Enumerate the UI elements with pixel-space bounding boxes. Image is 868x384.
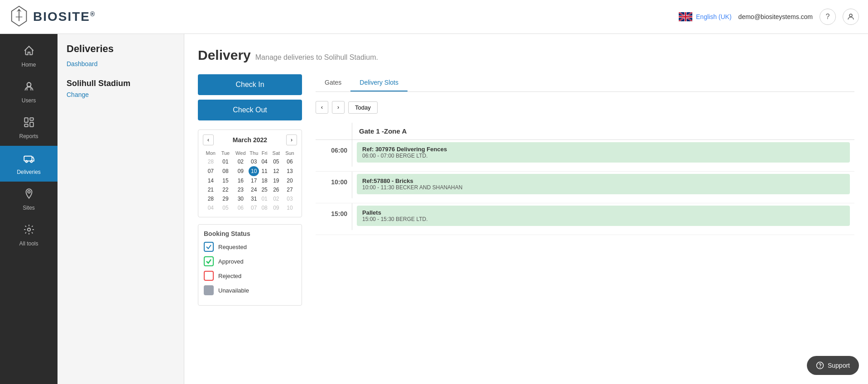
calendar-day[interactable]: 03 [283, 194, 297, 203]
calendar-day[interactable]: 20 [283, 176, 297, 185]
calendar-day[interactable]: 09 [232, 166, 249, 176]
support-label: Support [828, 362, 850, 369]
user-email: demo@biositeystems.com [739, 13, 813, 20]
time-col-header [316, 123, 352, 139]
calendar-day[interactable]: 10 [283, 203, 297, 212]
tab-gates[interactable]: Gates [316, 74, 350, 91]
rejected-label: Rejected [218, 273, 241, 279]
delivery-slot[interactable]: Pallets15:00 - 15:30 BERGE LTD. [357, 206, 850, 226]
slot-title: Ref: 307976 Delivering Fences [362, 146, 844, 153]
schedule-row: 15:00Pallets15:00 - 15:30 BERGE LTD. [316, 203, 854, 235]
calendar-day[interactable]: 23 [232, 185, 249, 194]
calendar-day[interactable]: 07 [249, 203, 259, 212]
calendar-day[interactable]: 10 [249, 166, 259, 176]
support-button[interactable]: Support [807, 356, 859, 375]
calendar-next-button[interactable]: › [286, 134, 297, 145]
main-layout: Home Users [0, 34, 868, 384]
dashboard-link[interactable]: Dashboard [67, 60, 98, 67]
calendar-month: March 2022 [233, 136, 267, 144]
calendar-day[interactable]: 05 [219, 203, 233, 212]
calendar-day[interactable]: 16 [232, 176, 249, 185]
calendar-day[interactable]: 27 [283, 185, 297, 194]
calendar-day[interactable]: 08 [219, 166, 233, 176]
calendar-day[interactable]: 28 [203, 194, 219, 203]
schedule-nav: ‹ › Today [316, 101, 854, 114]
calendar-day[interactable]: 25 [259, 185, 270, 194]
schedule-next-button[interactable]: › [332, 101, 345, 114]
schedule-prev-button[interactable]: ‹ [316, 101, 328, 114]
deliveries-icon [23, 152, 35, 167]
check-in-button[interactable]: Check In [198, 74, 302, 95]
calendar-day[interactable]: 12 [270, 166, 283, 176]
sidebar-item-sites[interactable]: Sites [0, 182, 58, 217]
calendar-day[interactable]: 22 [219, 185, 233, 194]
reports-icon [23, 116, 35, 131]
calendar-day[interactable]: 14 [203, 176, 219, 185]
rejected-checkbox [204, 271, 214, 281]
slot-area: Ref: 307976 Delivering Fences06:00 - 07:… [352, 140, 854, 167]
calendar-day[interactable]: 30 [232, 194, 249, 203]
calendar-day[interactable]: 07 [203, 166, 219, 176]
calendar-day[interactable]: 24 [249, 185, 259, 194]
language-selector[interactable]: English (UK) [679, 12, 732, 21]
cal-header-tue: Tue [219, 149, 233, 157]
calendar-prev-button[interactable]: ‹ [203, 134, 214, 145]
calendar-day[interactable]: 09 [270, 203, 283, 212]
requested-checkbox [204, 242, 214, 252]
sidebar-item-home[interactable]: Home [0, 38, 58, 74]
slot-time: 10:00 - 11:30 BECKER AND SHANAHAN [362, 184, 844, 191]
sidebar-item-reports[interactable]: Reports [0, 110, 58, 146]
schedule-row: 06:00Ref: 307976 Delivering Fences06:00 … [316, 140, 854, 172]
booking-status: Booking Status Requested [198, 224, 302, 306]
requested-label: Requested [218, 244, 247, 250]
delivery-slot[interactable]: Ref:57880 - Bricks10:00 - 11:30 BECKER A… [357, 174, 850, 194]
calendar-day[interactable]: 29 [219, 194, 233, 203]
calendar-day[interactable]: 11 [259, 166, 270, 176]
delivery-slot[interactable]: Ref: 307976 Delivering Fences06:00 - 07:… [357, 142, 850, 163]
calendar-day[interactable]: 04 [203, 203, 219, 212]
svg-point-13 [25, 160, 27, 162]
slot-area: Ref:57880 - Bricks10:00 - 11:30 BECKER A… [352, 172, 854, 198]
calendar-day[interactable]: 05 [270, 157, 283, 166]
time-label: 10:00 [316, 172, 352, 186]
deliveries-label: Deliveries [17, 169, 41, 175]
slot-title: Ref:57880 - Bricks [362, 178, 844, 184]
calendar-day[interactable]: 31 [249, 194, 259, 203]
change-link[interactable]: Change [67, 91, 89, 98]
sidebar-item-users[interactable]: Users [0, 74, 58, 110]
sidebar-item-deliveries[interactable]: Deliveries [0, 146, 58, 182]
calendar-day[interactable]: 21 [203, 185, 219, 194]
calendar-day[interactable]: 01 [219, 157, 233, 166]
calendar-day[interactable]: 02 [232, 157, 249, 166]
time-label: 15:00 [316, 203, 352, 217]
logo-text: BIOSITE® [33, 10, 96, 24]
calendar-day[interactable]: 26 [270, 185, 283, 194]
calendar-day[interactable]: 15 [219, 176, 233, 185]
schedule-row: 10:00Ref:57880 - Bricks10:00 - 11:30 BEC… [316, 172, 854, 203]
calendar-day[interactable]: 01 [259, 194, 270, 203]
calendar-day[interactable]: 17 [249, 176, 259, 185]
svg-point-5 [27, 82, 31, 86]
slot-time: 15:00 - 15:30 BERGE LTD. [362, 216, 844, 222]
calendar-day[interactable]: 03 [249, 157, 259, 166]
calendar-day[interactable]: 28 [203, 157, 219, 166]
calendar-day[interactable]: 06 [232, 203, 249, 212]
calendar-day[interactable]: 18 [259, 176, 270, 185]
calendar-day[interactable]: 02 [270, 194, 283, 203]
calendar-day[interactable]: 19 [270, 176, 283, 185]
sidebar-item-all-tools[interactable]: All tools [0, 217, 58, 253]
help-button[interactable]: ? [820, 9, 836, 25]
calendar-day[interactable]: 06 [283, 157, 297, 166]
calendar-day[interactable]: 13 [283, 166, 297, 176]
language-text: English (UK) [696, 13, 732, 20]
user-profile-button[interactable] [843, 9, 859, 25]
all-tools-label: All tools [19, 240, 38, 247]
tab-delivery-slots[interactable]: Delivery Slots [350, 74, 408, 91]
unavailable-checkbox [204, 285, 214, 295]
check-out-button[interactable]: Check Out [198, 100, 302, 120]
today-button[interactable]: Today [348, 101, 378, 114]
calendar-day[interactable]: 04 [259, 157, 270, 166]
gate-name: Gate 1 -Zone A [352, 123, 854, 139]
sites-label: Sites [23, 205, 35, 211]
calendar-day[interactable]: 08 [259, 203, 270, 212]
